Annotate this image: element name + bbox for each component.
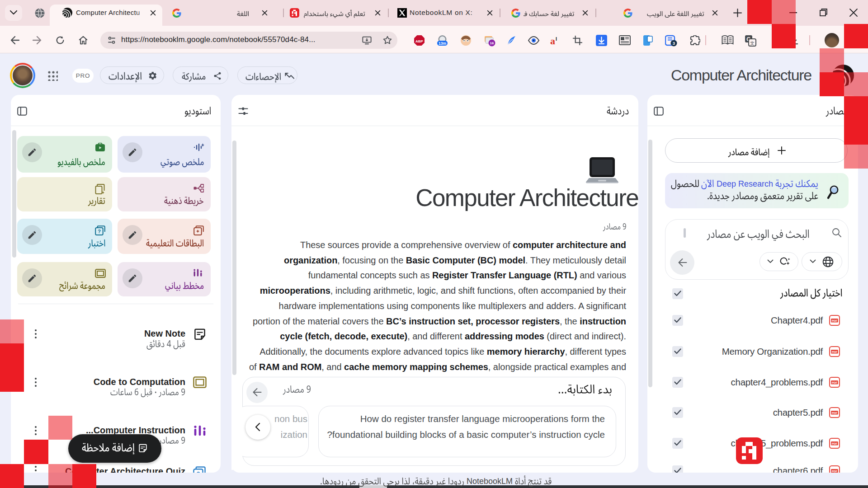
svg-text:ABP: ABP bbox=[415, 39, 424, 43]
svg-text:PDF: PDF bbox=[832, 319, 838, 322]
svg-text:?: ? bbox=[98, 229, 101, 234]
svg-text:PDF: PDF bbox=[832, 350, 838, 353]
svg-text:PDF: PDF bbox=[832, 469, 838, 473]
svg-text:PDF: PDF bbox=[832, 442, 838, 445]
svg-text:13m: 13m bbox=[439, 41, 446, 46]
svg-text:文: 文 bbox=[750, 41, 755, 46]
svg-text:PDF: PDF bbox=[832, 381, 838, 384]
svg-text:I: I bbox=[556, 36, 557, 42]
svg-text:3: 3 bbox=[673, 41, 675, 46]
svg-text:16: 16 bbox=[490, 41, 494, 45]
svg-text:PDF: PDF bbox=[832, 411, 838, 414]
svg-text:a: a bbox=[550, 35, 555, 46]
